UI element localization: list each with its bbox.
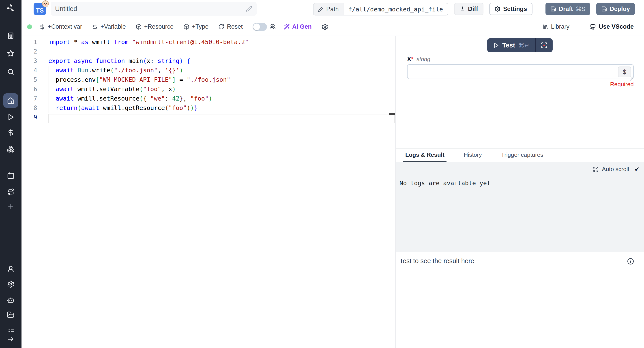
add-variable-button[interactable]: +Variable	[92, 23, 126, 30]
deploy-button[interactable]: Deploy	[596, 3, 635, 15]
status-dot	[27, 24, 32, 29]
favorites-star-icon[interactable]	[7, 50, 14, 57]
draft-shortcut: ⌘S	[576, 6, 585, 12]
library-icon	[542, 24, 548, 30]
ai-gen-button[interactable]: AI Gen	[284, 23, 312, 30]
editor-settings-button[interactable]	[322, 24, 328, 30]
script-title: Untitled	[55, 5, 246, 12]
resources-boxes-icon[interactable]	[7, 145, 14, 153]
triggers-route-icon[interactable]	[7, 188, 14, 196]
gear-icon	[322, 24, 328, 30]
argument-input[interactable]: $	[407, 64, 634, 79]
folders-icon[interactable]	[7, 311, 14, 319]
workspace-building-icon[interactable]	[7, 32, 14, 40]
multiplayer-users-icon[interactable]	[270, 24, 276, 30]
settings-gear-icon	[495, 6, 500, 12]
result-area: Test to see the result here	[396, 252, 644, 348]
path-edit-button[interactable]: Path	[314, 3, 344, 15]
test-shortcut: ⌘↵	[518, 42, 529, 49]
play-icon	[493, 42, 499, 48]
info-icon[interactable]	[627, 258, 634, 265]
test-button-group: Test ⌘↵	[487, 38, 553, 52]
audit-logs-icon[interactable]	[7, 326, 14, 334]
result-placeholder: Test to see the result here	[400, 257, 474, 265]
add-plus-icon[interactable]	[7, 202, 14, 210]
focus-capture-icon	[541, 42, 548, 48]
add-resource-button[interactable]: +Resource	[136, 23, 174, 30]
variables-dollar-icon[interactable]	[7, 129, 14, 136]
no-logs-message: No logs are available yet	[400, 180, 490, 186]
reset-button[interactable]: Reset	[218, 23, 243, 30]
settings-gear-icon[interactable]	[7, 280, 14, 288]
argument-name: X	[407, 56, 411, 62]
windmill-script-editor: TS Untitled Path f/all/demo_mocked_api_f…	[0, 0, 644, 348]
overview-ruler-cursor-marker	[389, 113, 395, 115]
workers-robot-icon[interactable]	[7, 296, 14, 304]
auto-scroll-label: Auto scroll	[602, 166, 629, 173]
topbar: TS Untitled Path f/all/demo_mocked_api_f…	[22, 0, 644, 18]
windmill-logo-icon[interactable]	[6, 3, 16, 13]
edit-path-pencil-icon	[318, 6, 324, 12]
users-icon	[270, 24, 276, 30]
save-icon	[550, 6, 556, 12]
edit-title-pencil-icon[interactable]	[246, 6, 252, 12]
topbar-actions: Diff Settings Draft ⌘S Deploy	[454, 3, 635, 15]
user-icon[interactable]	[7, 265, 14, 273]
add-context-var-button[interactable]: +Context var	[39, 23, 82, 30]
add-type-button[interactable]: +Type	[184, 23, 208, 30]
required-message: Required	[610, 81, 634, 88]
save-icon	[601, 6, 607, 12]
diff-icon	[460, 6, 465, 12]
code-content[interactable]: import * as wmill from "windmill-client@…	[48, 38, 396, 122]
result-tabs: Logs & Result History Trigger captures	[396, 149, 644, 162]
auto-scroll-checkmark[interactable]: ✔	[634, 166, 640, 173]
path-label: Path	[326, 6, 339, 13]
code-editor[interactable]: 123456789 import * as wmill from "windmi…	[22, 36, 396, 348]
expand-icon[interactable]	[593, 166, 599, 172]
package-icon	[136, 24, 142, 30]
collab-toggle[interactable]	[252, 23, 267, 31]
toggle-knob	[253, 24, 260, 30]
github-icon	[590, 24, 596, 30]
auto-scroll-control[interactable]: Auto scroll ✔	[593, 166, 640, 173]
expand-sidebar-arrow-icon[interactable]	[7, 336, 14, 343]
editor-toolbar: +Context var +Variable +Resource +Type R…	[22, 18, 644, 36]
baby-emoji-badge	[42, 0, 49, 8]
wand-sparkles-icon	[284, 24, 290, 30]
home-icon[interactable]	[7, 97, 14, 104]
tab-logs-result[interactable]: Logs & Result	[403, 149, 446, 162]
tab-trigger-captures[interactable]: Trigger captures	[499, 149, 545, 162]
dollar-icon	[39, 24, 45, 30]
use-vscode-button[interactable]: Use VScode	[590, 23, 634, 30]
script-title-input[interactable]: Untitled	[50, 2, 256, 16]
test-button[interactable]: Test ⌘↵	[487, 38, 535, 52]
sidebar	[0, 0, 22, 348]
argument-type: string	[417, 56, 430, 62]
package-icon	[184, 24, 190, 30]
line-number-gutter: 123456789	[22, 38, 37, 122]
textarea-resize-handle[interactable]	[629, 74, 633, 78]
run-panel: Test ⌘↵ X* string $ Required Logs & Resu…	[396, 36, 644, 348]
capture-test-button[interactable]	[536, 38, 553, 52]
required-star: *	[411, 56, 414, 62]
tab-history[interactable]: History	[462, 149, 484, 162]
logs-area: Auto scroll ✔ No logs are available yet	[396, 162, 644, 252]
path-value: f/all/demo_mocked_api_file	[344, 3, 448, 15]
draft-button[interactable]: Draft ⌘S	[546, 3, 590, 15]
dollar-icon	[92, 24, 98, 30]
argument-row: X* string	[407, 56, 430, 63]
diff-button[interactable]: Diff	[454, 3, 484, 15]
search-icon[interactable]	[7, 68, 14, 76]
library-button[interactable]: Library	[542, 23, 570, 30]
reset-rotate-icon	[218, 24, 224, 30]
path-chip[interactable]: Path f/all/demo_mocked_api_file	[313, 3, 448, 16]
schedules-calendar-icon[interactable]	[7, 172, 14, 180]
runs-play-icon[interactable]	[7, 113, 14, 121]
settings-button[interactable]: Settings	[489, 3, 532, 15]
sidebar-divider	[0, 91, 22, 91]
